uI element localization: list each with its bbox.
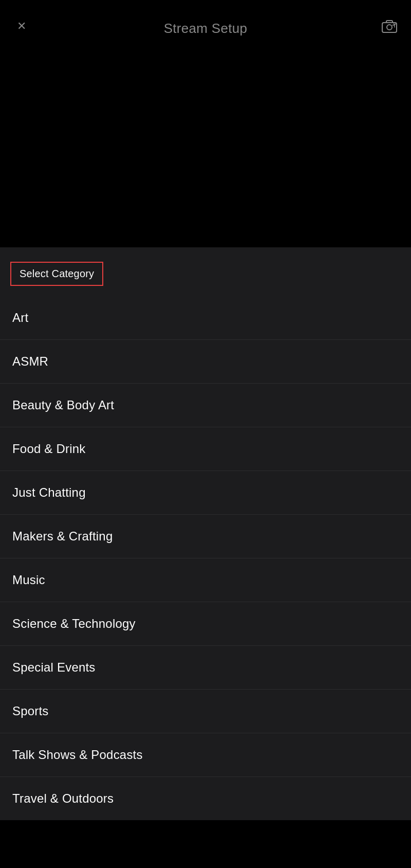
category-item-asmr[interactable]: ASMR [0, 340, 411, 384]
content-area: Select Category ArtASMRBeauty & Body Art… [0, 247, 411, 820]
close-button[interactable]: ✕ [10, 15, 33, 38]
header: ✕ Stream Setup [0, 0, 411, 52]
camera-flip-button[interactable] [378, 15, 401, 38]
category-item-art[interactable]: Art [0, 296, 411, 340]
video-preview-area [0, 52, 411, 247]
svg-point-1 [387, 25, 392, 30]
category-item-travel-outdoors[interactable]: Travel & Outdoors [0, 777, 411, 820]
category-item-sports[interactable]: Sports [0, 690, 411, 733]
category-item-music[interactable]: Music [0, 558, 411, 602]
camera-flip-icon [381, 18, 398, 34]
category-item-beauty-body-art[interactable]: Beauty & Body Art [0, 384, 411, 427]
page-title: Stream Setup [164, 21, 248, 37]
category-item-talk-shows-podcasts[interactable]: Talk Shows & Podcasts [0, 733, 411, 777]
category-item-special-events[interactable]: Special Events [0, 646, 411, 690]
category-item-just-chatting[interactable]: Just Chatting [0, 471, 411, 515]
category-item-food-drink[interactable]: Food & Drink [0, 427, 411, 471]
close-icon: ✕ [17, 20, 26, 33]
select-category-button[interactable]: Select Category [10, 262, 103, 286]
category-item-makers-crafting[interactable]: Makers & Crafting [0, 515, 411, 558]
category-list: ArtASMRBeauty & Body ArtFood & DrinkJust… [0, 296, 411, 820]
category-item-science-technology[interactable]: Science & Technology [0, 602, 411, 646]
